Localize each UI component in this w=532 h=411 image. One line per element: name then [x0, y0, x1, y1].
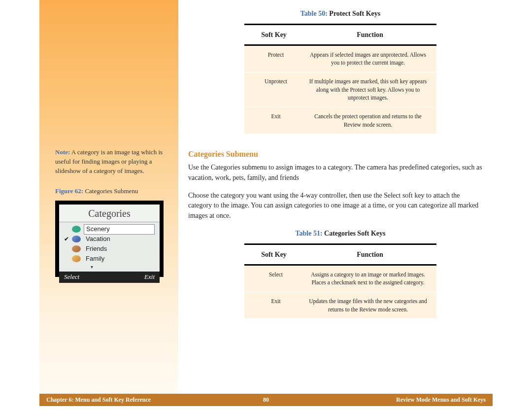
cell-key: Unprotect — [248, 77, 303, 102]
cell-func: Assigns a category to an image or marked… — [303, 271, 432, 287]
figure-caption: Figure 62: Categories Submenu — [55, 187, 169, 196]
table-header: Soft Key Function — [244, 25, 436, 44]
screen-inner: Categories Scenery ✔ Vacation — [59, 205, 160, 273]
cell-func: Appears if selected images are unprotect… — [303, 51, 432, 67]
category-icon — [72, 245, 81, 252]
section-heading: Categories Submenu — [188, 148, 493, 160]
main-content: Table 50: Protect Soft Keys Soft Key Fun… — [178, 0, 493, 399]
figure-title: Categories Submenu — [83, 187, 138, 195]
paragraph: Use the Categories submenu to assign ima… — [188, 163, 484, 183]
screen-softkeys: Select Exit — [59, 272, 160, 283]
cell-key: Exit — [248, 297, 303, 313]
paragraph: Choose the category you want using the 4… — [188, 191, 484, 221]
checkmark-icon: ✔ — [64, 235, 72, 243]
note-text: A category is an image tag which is usef… — [55, 148, 163, 174]
table51-label: Table 51: — [295, 230, 322, 237]
category-label: Friends — [84, 244, 109, 254]
col-function: Function — [303, 250, 436, 260]
footer-left: Chapter 6: Menu and Soft Key Reference — [46, 396, 151, 404]
category-label: Scenery — [84, 224, 155, 235]
table-header: Soft Key Function — [244, 245, 436, 264]
table50-title: Protect Soft Keys — [328, 10, 380, 17]
table-row: Exit Updates the image files with the ne… — [244, 292, 436, 318]
down-arrow-icon: ▾ — [64, 264, 155, 270]
cell-func: Updates the image files with the new cat… — [303, 297, 432, 313]
col-softkey: Soft Key — [244, 250, 303, 260]
col-softkey: Soft Key — [244, 30, 303, 40]
table-row: Select Assigns a category to an image or… — [244, 264, 436, 292]
table-row: Protect Appears if selected images are u… — [244, 44, 436, 72]
cell-func: Cancels the protect operation and return… — [303, 112, 432, 129]
table-body: Select Assigns a category to an image or… — [244, 264, 436, 319]
col-function: Function — [303, 30, 436, 40]
table51-caption: Table 51: Categories Soft Keys — [188, 229, 493, 239]
table50-label: Table 50: — [300, 10, 328, 17]
page-number: 80 — [263, 396, 269, 404]
footer-right: Review Mode Menus and Soft Keys — [396, 396, 486, 404]
sidebar: Note: A category is an image tag which i… — [39, 0, 178, 399]
list-item: Scenery — [64, 224, 155, 234]
cell-key: Select — [248, 271, 303, 287]
table-row: Unprotect If multiple images are marked,… — [244, 72, 436, 107]
list-item: Family — [64, 254, 155, 264]
table50: Soft Key Function Protect Appears if sel… — [244, 24, 436, 134]
category-label: Vacation — [84, 235, 112, 244]
table51-title: Categories Soft Keys — [323, 230, 386, 237]
cell-key: Exit — [248, 112, 303, 129]
screen-list: Scenery ✔ Vacation Friends — [59, 222, 160, 272]
cell-func: If multiple images are marked, this soft… — [303, 77, 432, 102]
softkey-exit: Exit — [144, 273, 155, 282]
category-icon — [72, 255, 81, 262]
category-icon — [72, 236, 81, 242]
screen-title: Categories — [59, 205, 160, 222]
table-row: Exit Cancels the protect operation and r… — [244, 107, 436, 134]
figure-number: Figure 62: — [55, 187, 83, 195]
list-item: ✔ Vacation — [64, 234, 155, 244]
category-label: Family — [84, 254, 106, 264]
categories-screenshot: Categories Scenery ✔ Vacation — [55, 201, 164, 277]
table50-caption: Table 50: Protect Soft Keys — [188, 9, 493, 19]
cell-key: Protect — [248, 51, 303, 67]
table51: Soft Key Function Select Assigns a categ… — [244, 243, 436, 318]
note-block: Note: A category is an image tag which i… — [55, 148, 169, 176]
category-icon — [72, 226, 81, 233]
list-item: Friends — [64, 244, 155, 254]
softkey-select: Select — [64, 273, 79, 282]
note-label: Note: — [55, 148, 70, 156]
page-footer: Chapter 6: Menu and Soft Key Reference 8… — [39, 394, 493, 406]
table-body: Protect Appears if selected images are u… — [244, 44, 436, 134]
